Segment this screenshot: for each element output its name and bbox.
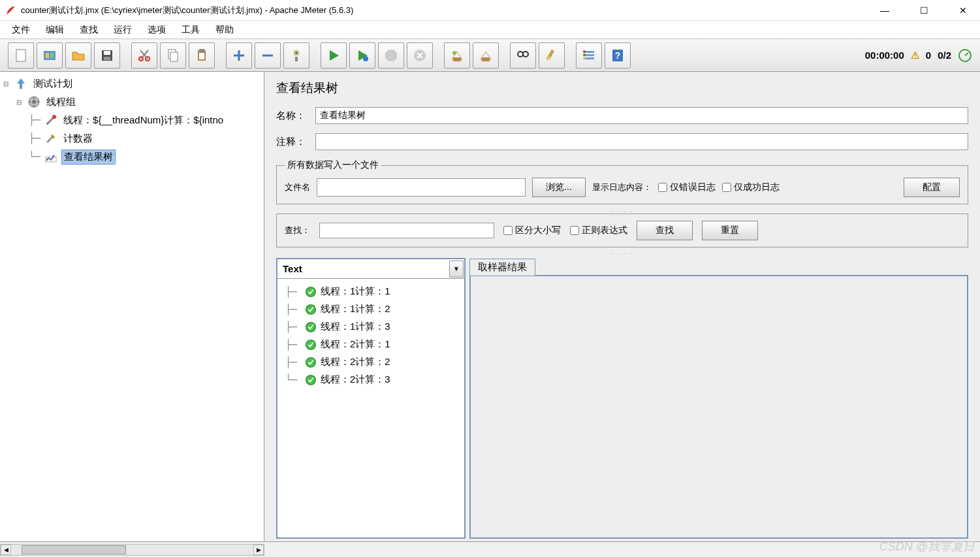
sampler-result-body — [469, 275, 968, 539]
search-tool-button[interactable] — [510, 42, 536, 69]
help-tool-button[interactable]: ? — [605, 42, 631, 69]
threadgroup-icon — [26, 94, 42, 110]
splitter[interactable]: · · · · — [276, 208, 968, 214]
tree-results-tree[interactable]: 查看结果树 — [61, 150, 116, 165]
stop-button[interactable] — [378, 42, 404, 69]
scroll-left-arrow[interactable]: ◀ — [1, 545, 11, 555]
menu-options[interactable]: 选项 — [141, 22, 172, 38]
warning-count: 0 — [926, 50, 931, 61]
name-input[interactable] — [315, 107, 968, 124]
reset-button[interactable]: 重置 — [702, 221, 758, 240]
start-no-pause-button[interactable] — [349, 42, 375, 69]
tree-hscrollbar[interactable]: ◀ ▶ — [0, 544, 264, 556]
open-button[interactable] — [65, 42, 91, 69]
svg-rect-6 — [104, 57, 110, 60]
svg-point-21 — [523, 52, 528, 57]
window-title: counter测试计划.jmx (E:\cyriex\jmeter测试\coun… — [21, 5, 873, 16]
new-button[interactable] — [8, 42, 34, 69]
svg-rect-2 — [46, 53, 49, 58]
reset-search-button[interactable] — [539, 42, 565, 69]
collapse-button[interactable] — [255, 42, 281, 69]
only-errors-checkbox[interactable]: 仅错误日志 — [658, 182, 716, 193]
tree-toggle-icon[interactable]: ⊟ — [14, 99, 24, 106]
result-item[interactable]: ├─线程：2计算：1 — [280, 336, 462, 353]
filename-label: 文件名 — [285, 182, 310, 193]
cut-button[interactable] — [131, 42, 157, 69]
menubar: 文件 编辑 查找 运行 选项 工具 帮助 — [0, 21, 980, 39]
templates-button[interactable] — [37, 42, 63, 69]
scroll-thumb[interactable] — [22, 545, 126, 554]
renderer-dropdown-text: Text — [277, 263, 449, 274]
search-button[interactable]: 查找 — [637, 221, 693, 240]
case-checkbox[interactable]: 区分大小写 — [503, 225, 561, 236]
toggle-button[interactable] — [283, 42, 309, 69]
svg-point-20 — [518, 52, 523, 57]
browse-button[interactable]: 浏览... — [532, 178, 586, 197]
result-item[interactable]: ├─线程：1计算：2 — [280, 300, 462, 318]
result-item[interactable]: ├─线程：2计算：2 — [280, 353, 462, 371]
toolbar: ? 00:00:00 ⚠ 0 0/2 — [0, 39, 980, 72]
tree-sampler[interactable]: 线程：${__threadNum}计算：${intno — [61, 114, 225, 127]
menu-help[interactable]: 帮助 — [209, 22, 240, 38]
renderer-dropdown-arrow[interactable]: ▼ — [449, 261, 464, 278]
result-item[interactable]: └─线程：2计算：3 — [280, 371, 462, 389]
app-icon — [5, 5, 16, 16]
svg-rect-12 — [199, 49, 204, 52]
tree-threadgroup[interactable]: 线程组 — [44, 95, 78, 109]
log-content-label: 显示日志内容： — [592, 182, 652, 193]
regex-checkbox[interactable]: 正则表达式 — [570, 225, 627, 236]
svg-rect-14 — [295, 57, 298, 61]
svg-point-32 — [32, 100, 36, 104]
search-input[interactable] — [319, 223, 494, 238]
warning-icon: ⚠ — [911, 50, 919, 61]
start-button[interactable] — [321, 42, 347, 69]
test-plan-tree[interactable]: ⊟ 测试计划 ⊟ 线程组 ├─ 线程：${__threadNum}计算：${in… — [0, 72, 264, 541]
testplan-icon — [13, 76, 29, 91]
menu-edit[interactable]: 编辑 — [39, 22, 71, 38]
clear-button[interactable] — [444, 42, 470, 69]
tree-root[interactable]: 测试计划 — [31, 77, 74, 91]
minimize-button[interactable]: — — [873, 5, 896, 16]
counter-icon — [43, 131, 59, 146]
splitter[interactable]: · · · · — [276, 250, 968, 255]
thread-count: 0/2 — [938, 50, 951, 61]
function-helper-button[interactable] — [576, 42, 602, 69]
svg-point-19 — [452, 51, 456, 55]
sampler-icon — [43, 112, 59, 128]
expand-button[interactable] — [226, 42, 252, 69]
menu-search[interactable]: 查找 — [73, 22, 104, 38]
paste-button[interactable] — [189, 42, 215, 69]
result-list[interactable]: ├─线程：1计算：1├─线程：1计算：2├─线程：1计算：3├─线程：2计算：1… — [277, 279, 464, 537]
close-button[interactable]: ✕ — [951, 5, 975, 16]
save-button[interactable] — [94, 42, 120, 69]
gauge-icon — [958, 48, 972, 63]
tree-counter[interactable]: 计数器 — [61, 132, 95, 146]
maximize-button[interactable]: ☐ — [912, 5, 936, 16]
result-item[interactable]: ├─线程：1计算：3 — [280, 318, 462, 336]
only-success-checkbox[interactable]: 仅成功日志 — [722, 182, 780, 193]
editor-panel: 查看结果树 名称： 注释： 所有数据写入一个文件 文件名 浏览... 显示日志内… — [264, 72, 980, 541]
menu-file[interactable]: 文件 — [5, 22, 37, 38]
tab-sampler-result[interactable]: 取样器结果 — [469, 259, 535, 276]
svg-point-25 — [583, 50, 586, 53]
listener-icon — [43, 149, 59, 165]
comment-input[interactable] — [315, 133, 968, 150]
search-bar: 查找： 区分大小写 正则表达式 查找 重置 — [276, 214, 968, 247]
filename-input[interactable] — [317, 178, 526, 197]
svg-point-26 — [583, 54, 586, 56]
svg-rect-10 — [170, 52, 178, 61]
scroll-right-arrow[interactable]: ▶ — [253, 545, 264, 555]
svg-point-27 — [583, 57, 586, 59]
shutdown-button[interactable] — [407, 42, 433, 69]
clear-all-button[interactable] — [473, 42, 499, 69]
tree-toggle-icon[interactable]: ⊟ — [1, 80, 10, 88]
result-item[interactable]: ├─线程：1计算：1 — [280, 283, 462, 300]
svg-rect-5 — [104, 51, 110, 55]
configure-button[interactable]: 配置 — [904, 178, 960, 197]
menu-run[interactable]: 运行 — [107, 22, 138, 38]
menu-tools[interactable]: 工具 — [175, 22, 206, 38]
svg-point-17 — [363, 56, 368, 61]
panel-heading: 查看结果树 — [276, 80, 968, 97]
copy-button[interactable] — [160, 42, 186, 69]
svg-point-33 — [52, 115, 56, 119]
